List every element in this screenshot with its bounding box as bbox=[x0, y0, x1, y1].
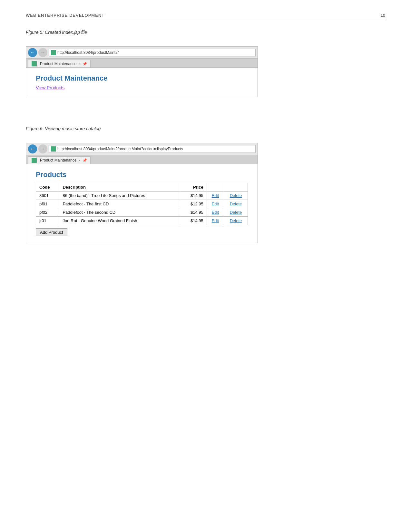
cell-description: Paddlefoot - The second CD bbox=[59, 208, 180, 217]
products-table: Code Description Price 8601 86 (the band… bbox=[36, 183, 248, 225]
tab-pin-fig5[interactable]: 📌 bbox=[83, 62, 87, 66]
edit-link[interactable]: Edit bbox=[212, 218, 219, 223]
address-bar-fig6[interactable]: http://localhost:8084/productMaint2/prod… bbox=[49, 145, 256, 153]
col-header-code: Code bbox=[36, 183, 59, 192]
browser-tabs-fig5: Product Maintenance × 📌 bbox=[26, 59, 258, 68]
figure6-caption: Figure 6: Viewing music store catalog bbox=[26, 126, 385, 131]
delete-link[interactable]: Delete bbox=[230, 193, 242, 198]
edit-link[interactable]: Edit bbox=[212, 193, 219, 198]
view-products-link[interactable]: View Products bbox=[36, 85, 64, 90]
table-row: pf01 Paddlefoot - The first CD $12.95 Ed… bbox=[36, 200, 248, 208]
browser-tabs-fig6: Product Maintenance × 📌 bbox=[26, 155, 258, 164]
tab-favicon-fig5 bbox=[32, 61, 37, 66]
cell-edit[interactable]: Edit bbox=[207, 192, 224, 200]
browser-content-fig6: Products Code Description Price 8601 86 … bbox=[26, 164, 258, 243]
col-header-delete bbox=[224, 183, 248, 192]
browser-tab-fig6[interactable]: Product Maintenance × 📌 bbox=[28, 156, 91, 164]
delete-link[interactable]: Delete bbox=[230, 218, 242, 223]
url-text-fig5: http://localhost:8084/productMaint2/ bbox=[57, 50, 119, 55]
cell-price: $14.95 bbox=[180, 208, 207, 217]
add-product-button[interactable]: Add Product bbox=[36, 228, 67, 236]
cell-code: jr01 bbox=[36, 217, 59, 225]
cell-code: pf02 bbox=[36, 208, 59, 217]
cell-description: Joe Rut - Genuine Wood Grained Finish bbox=[59, 217, 180, 225]
table-header-row: Code Description Price bbox=[36, 183, 248, 192]
cell-price: $12.95 bbox=[180, 200, 207, 208]
cell-price: $14.95 bbox=[180, 192, 207, 200]
cell-edit[interactable]: Edit bbox=[207, 217, 224, 225]
cell-delete[interactable]: Delete bbox=[224, 208, 248, 217]
table-row: pf02 Paddlefoot - The second CD $14.95 E… bbox=[36, 208, 248, 217]
col-header-description: Description bbox=[59, 183, 180, 192]
cell-delete[interactable]: Delete bbox=[224, 200, 248, 208]
favicon-fig5 bbox=[51, 50, 56, 55]
tab-label-fig5: Product Maintenance bbox=[40, 62, 76, 66]
forward-button-fig6[interactable]: → bbox=[38, 144, 47, 153]
cell-delete[interactable]: Delete bbox=[224, 217, 248, 225]
edit-link[interactable]: Edit bbox=[212, 210, 219, 215]
products-title: Products bbox=[36, 171, 248, 179]
page-number: 10 bbox=[381, 13, 385, 18]
cell-code: pf01 bbox=[36, 200, 59, 208]
back-button-fig6[interactable]: ← bbox=[28, 144, 37, 153]
delete-link[interactable]: Delete bbox=[230, 202, 242, 206]
tab-favicon-fig6 bbox=[32, 158, 37, 163]
forward-button-fig5[interactable]: → bbox=[38, 48, 47, 57]
browser-tab-fig5[interactable]: Product Maintenance × 📌 bbox=[28, 60, 91, 67]
url-text-fig6: http://localhost:8084/productMaint2/prod… bbox=[57, 147, 183, 151]
browser-window-figure5: ← → http://localhost:8084/productMaint2/… bbox=[26, 46, 258, 97]
figure5-caption: Figure 5: Created index.jsp file bbox=[26, 30, 385, 35]
page-header: WEB ENTERPRISE DEVELOPMENT 10 bbox=[26, 13, 385, 20]
delete-link[interactable]: Delete bbox=[230, 210, 242, 215]
tab-pin-fig6[interactable]: 📌 bbox=[83, 158, 87, 163]
table-row: jr01 Joe Rut - Genuine Wood Grained Fini… bbox=[36, 217, 248, 225]
favicon-fig6 bbox=[51, 146, 56, 152]
cell-description: 86 (the band) - True Life Songs and Pict… bbox=[59, 192, 180, 200]
edit-link[interactable]: Edit bbox=[212, 202, 219, 206]
tab-label-fig6: Product Maintenance bbox=[40, 158, 76, 163]
col-header-price: Price bbox=[180, 183, 207, 192]
cell-description: Paddlefoot - The first CD bbox=[59, 200, 180, 208]
table-row: 8601 86 (the band) - True Life Songs and… bbox=[36, 192, 248, 200]
cell-delete[interactable]: Delete bbox=[224, 192, 248, 200]
browser-content-fig5: Product Maintenance View Products bbox=[26, 68, 258, 97]
back-button-fig5[interactable]: ← bbox=[28, 48, 37, 57]
cell-code: 8601 bbox=[36, 192, 59, 200]
browser-toolbar-figure5: ← → http://localhost:8084/productMaint2/ bbox=[26, 47, 258, 59]
tab-close-fig5[interactable]: × bbox=[78, 62, 80, 66]
address-bar-fig5[interactable]: http://localhost:8084/productMaint2/ bbox=[49, 49, 256, 56]
cell-edit[interactable]: Edit bbox=[207, 200, 224, 208]
product-maintenance-title: Product Maintenance bbox=[36, 74, 248, 83]
cell-edit[interactable]: Edit bbox=[207, 208, 224, 217]
col-header-edit bbox=[207, 183, 224, 192]
page-header-title: WEB ENTERPRISE DEVELOPMENT bbox=[26, 13, 104, 18]
browser-window-figure6: ← → http://localhost:8084/productMaint2/… bbox=[26, 143, 258, 243]
cell-price: $14.95 bbox=[180, 217, 207, 225]
browser-toolbar-figure6: ← → http://localhost:8084/productMaint2/… bbox=[26, 143, 258, 155]
tab-close-fig6[interactable]: × bbox=[78, 158, 80, 162]
